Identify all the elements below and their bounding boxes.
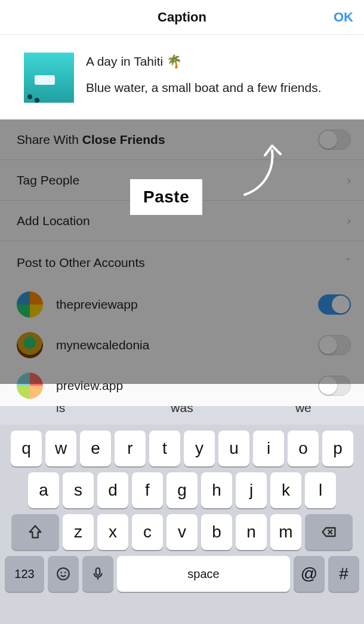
- key-b[interactable]: b: [201, 514, 232, 550]
- dictation-key[interactable]: [82, 556, 113, 592]
- header: Caption OK: [0, 0, 364, 35]
- caption-line-2: Blue water, a small boat and a few frien…: [86, 79, 322, 97]
- key-r[interactable]: r: [115, 431, 146, 466]
- key-g[interactable]: g: [166, 472, 198, 508]
- key-m[interactable]: m: [270, 514, 301, 550]
- share-close-friends-toggle[interactable]: [318, 130, 351, 150]
- post-other-accounts-label: Post to Other Accounts: [17, 256, 346, 270]
- emoji-key[interactable]: [48, 556, 79, 592]
- key-v[interactable]: v: [166, 514, 198, 550]
- post-thumbnail[interactable]: [24, 53, 74, 103]
- backspace-key[interactable]: [305, 514, 353, 550]
- options-panel: Share With Close Friends Tag People › Ad…: [0, 119, 364, 384]
- hash-key[interactable]: #: [328, 556, 359, 592]
- numbers-key[interactable]: 123: [5, 556, 44, 592]
- account-name: thepreviewapp: [56, 297, 318, 312]
- key-x[interactable]: x: [97, 514, 128, 550]
- account-name: preview.app: [56, 379, 318, 393]
- key-k[interactable]: k: [270, 472, 301, 508]
- account-toggle[interactable]: [318, 294, 351, 315]
- key-a[interactable]: a: [28, 472, 59, 508]
- paste-callout: Paste: [130, 179, 202, 215]
- key-s[interactable]: s: [63, 472, 94, 508]
- post-other-accounts-header[interactable]: Post to Other Accounts ˄: [0, 241, 364, 284]
- account-row[interactable]: mynewcaledonia: [0, 325, 364, 365]
- caption-row[interactable]: A day in Tahiti 🌴 Blue water, a small bo…: [0, 35, 364, 119]
- account-toggle[interactable]: [318, 376, 351, 396]
- account-row[interactable]: preview.app: [0, 365, 364, 406]
- key-u[interactable]: u: [218, 431, 249, 466]
- key-h[interactable]: h: [201, 472, 232, 508]
- ok-button[interactable]: OK: [334, 10, 353, 25]
- key-c[interactable]: c: [132, 514, 163, 550]
- keyboard-row-3: z x c v b n m: [0, 508, 364, 550]
- key-e[interactable]: e: [80, 431, 111, 466]
- keyboard-row-1: q w e r t y u i o p: [0, 425, 364, 466]
- key-l[interactable]: l: [305, 472, 336, 508]
- key-o[interactable]: o: [288, 431, 319, 466]
- key-q[interactable]: q: [11, 431, 42, 466]
- avatar: [17, 373, 43, 399]
- key-i[interactable]: i: [253, 431, 284, 466]
- at-key[interactable]: @: [294, 556, 325, 592]
- key-j[interactable]: j: [236, 472, 267, 508]
- svg-point-1: [60, 572, 62, 574]
- chevron-right-icon: ›: [347, 173, 351, 187]
- add-location-label: Add Location: [17, 214, 347, 228]
- key-t[interactable]: t: [149, 431, 180, 466]
- keyboard-row-4: 123 space @ #: [0, 550, 364, 599]
- svg-point-2: [64, 572, 66, 574]
- keyboard: is was we q w e r t y u i o p a s d f g …: [0, 391, 364, 624]
- share-close-friends-row[interactable]: Share With Close Friends: [0, 119, 364, 160]
- keyboard-row-2: a s d f g h j k l: [0, 466, 364, 508]
- key-y[interactable]: y: [184, 431, 215, 466]
- caption-line-1: A day in Tahiti 🌴: [86, 53, 322, 70]
- avatar: [17, 332, 43, 358]
- chevron-right-icon: ›: [347, 214, 351, 228]
- account-name: mynewcaledonia: [56, 338, 318, 352]
- key-n[interactable]: n: [236, 514, 267, 550]
- key-w[interactable]: w: [45, 431, 76, 466]
- shift-key[interactable]: [11, 514, 59, 550]
- caption-text[interactable]: A day in Tahiti 🌴 Blue water, a small bo…: [86, 53, 322, 97]
- key-d[interactable]: d: [97, 472, 128, 508]
- avatar: [17, 291, 43, 318]
- space-key[interactable]: space: [117, 556, 290, 592]
- arrow-annotation-icon: [239, 142, 285, 196]
- svg-point-0: [57, 568, 69, 580]
- screen: Caption OK A day in Tahiti 🌴 Blue water,…: [0, 0, 364, 624]
- account-toggle[interactable]: [318, 335, 351, 355]
- key-f[interactable]: f: [132, 472, 163, 508]
- key-p[interactable]: p: [322, 431, 353, 466]
- key-z[interactable]: z: [63, 514, 94, 550]
- chevron-up-icon: ˄: [346, 256, 351, 269]
- page-title: Caption: [158, 10, 206, 25]
- account-row[interactable]: thepreviewapp: [0, 284, 364, 325]
- svg-rect-3: [96, 568, 100, 575]
